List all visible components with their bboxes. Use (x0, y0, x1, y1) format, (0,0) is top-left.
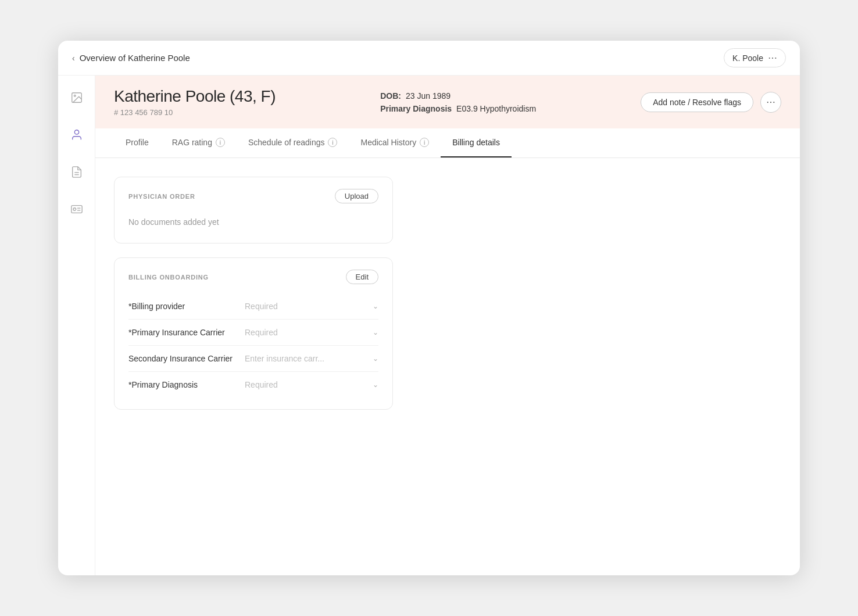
billing-onboarding-card: BILLING ONBOARDING Edit *Billing provide… (114, 257, 393, 410)
medical-info-icon: i (420, 138, 429, 147)
tab-medical-history[interactable]: Medical History i (349, 128, 441, 157)
patient-name: Katherine Poole (43, F) (114, 87, 276, 106)
patient-info-center: DOB: 23 Jun 1989 Primary Diagnosis E03.9… (380, 91, 536, 113)
person-icon[interactable] (66, 124, 87, 145)
dob-value: 23 Jun 1989 (406, 91, 451, 101)
billing-form-row: *Primary DiagnosisRequired⌄ (128, 372, 378, 397)
billing-field-placeholder-0: Required (245, 302, 278, 311)
billing-field-select-1[interactable]: Required⌄ (245, 328, 378, 337)
add-note-button[interactable]: Add note / Resolve flags (641, 92, 753, 112)
billing-field-label-0: *Billing provider (128, 302, 245, 311)
content-area: Katherine Poole (43, F) # 123 456 789 10… (95, 76, 800, 575)
chevron-down-icon-2: ⌄ (373, 354, 378, 363)
billing-form-row: *Billing providerRequired⌄ (128, 293, 378, 320)
document-icon[interactable] (66, 162, 87, 182)
upload-button[interactable]: Upload (335, 189, 378, 203)
physician-order-header: PHYSICIAN ORDER Upload (128, 189, 378, 203)
chevron-down-icon-0: ⌄ (373, 302, 378, 310)
billing-field-placeholder-3: Required (245, 380, 278, 389)
patient-id: # 123 456 789 10 (114, 108, 276, 117)
billing-field-label-3: *Primary Diagnosis (128, 380, 245, 389)
billing-field-label-1: *Primary Insurance Carrier (128, 328, 245, 337)
svg-point-1 (74, 95, 76, 96)
billing-field-placeholder-1: Required (245, 328, 278, 337)
more-icon: ⋯ (766, 96, 775, 108)
tabs-bar: Profile RAG rating i Schedule of reading… (95, 128, 800, 158)
page-content: PHYSICIAN ORDER Upload No documents adde… (95, 158, 800, 575)
chevron-down-icon-3: ⌄ (373, 381, 378, 389)
more-button[interactable]: ⋯ (760, 92, 781, 113)
svg-point-6 (73, 208, 76, 211)
diagnosis-row: Primary Diagnosis E03.9 Hypothyroidism (380, 104, 536, 113)
billing-form-row: *Primary Insurance CarrierRequired⌄ (128, 320, 378, 346)
svg-point-2 (74, 130, 78, 134)
sidebar (58, 76, 95, 575)
edit-button[interactable]: Edit (346, 270, 378, 284)
no-docs-message: No documents added yet (128, 213, 378, 231)
schedule-info-icon: i (328, 138, 337, 147)
diagnosis-label: Primary Diagnosis (380, 104, 452, 113)
diagnosis-value: E03.9 Hypothyroidism (456, 104, 536, 113)
dob-label: DOB: (380, 91, 401, 101)
billing-onboarding-title: BILLING ONBOARDING (128, 274, 209, 281)
billing-onboarding-header: BILLING ONBOARDING Edit (128, 270, 378, 284)
user-badge-name: K. Poole (732, 53, 763, 63)
billing-field-label-2: Secondary Insurance Carrier (128, 354, 245, 363)
tab-billing-details[interactable]: Billing details (441, 128, 512, 157)
user-badge[interactable]: K. Poole ⋯ (724, 48, 786, 67)
dob-row: DOB: 23 Jun 1989 (380, 91, 536, 101)
tab-schedule[interactable]: Schedule of readings i (237, 128, 349, 157)
back-button[interactable]: ‹ (72, 53, 75, 63)
billing-field-select-2[interactable]: Enter insurance carr...⌄ (245, 354, 378, 363)
patient-actions: Add note / Resolve flags ⋯ (641, 92, 781, 113)
physician-order-card: PHYSICIAN ORDER Upload No documents adde… (114, 177, 393, 243)
billing-field-select-3[interactable]: Required⌄ (245, 380, 378, 389)
billing-field-select-0[interactable]: Required⌄ (245, 302, 378, 311)
billing-form-rows: *Billing providerRequired⌄*Primary Insur… (128, 293, 378, 397)
nav-title: Overview of Katherine Poole (80, 53, 190, 63)
patient-header: Katherine Poole (43, F) # 123 456 789 10… (95, 76, 800, 128)
id-card-icon[interactable] (66, 199, 87, 220)
nav-left: ‹ Overview of Katherine Poole (72, 53, 190, 63)
chevron-down-icon-1: ⌄ (373, 328, 378, 336)
tab-rag-rating[interactable]: RAG rating i (160, 128, 237, 157)
billing-field-placeholder-2: Enter insurance carr... (245, 354, 324, 363)
rag-info-icon: i (216, 138, 225, 147)
physician-order-title: PHYSICIAN ORDER (128, 193, 195, 200)
image-icon[interactable] (66, 87, 87, 108)
user-badge-dots: ⋯ (768, 52, 777, 63)
patient-info-left: Katherine Poole (43, F) # 123 456 789 10 (114, 87, 276, 117)
tab-profile[interactable]: Profile (114, 128, 160, 157)
top-nav: ‹ Overview of Katherine Poole K. Poole ⋯ (58, 41, 800, 76)
billing-form-row: Secondary Insurance CarrierEnter insuran… (128, 346, 378, 372)
main-layout: Katherine Poole (43, F) # 123 456 789 10… (58, 76, 800, 575)
